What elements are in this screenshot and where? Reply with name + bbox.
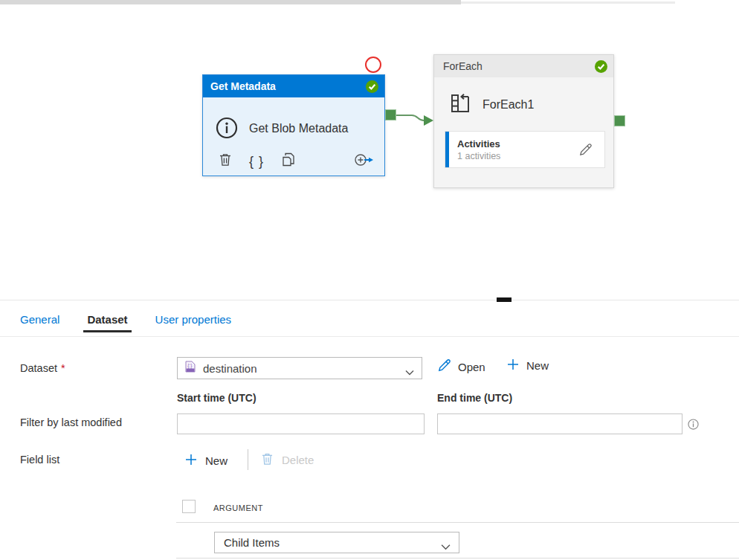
clone-activity-icon[interactable] [282,152,295,170]
activity-name: ForEach1 [483,98,534,112]
status-success-icon [366,80,378,93]
chevron-down-icon [405,365,414,371]
end-time-label: End time (UTC) [437,392,512,404]
field-list-label: Field list [20,454,59,466]
node-type-label: Get Metadata [210,80,276,92]
dataset-selected-value: destination [203,362,405,375]
svg-text:{:}: {:} [187,363,193,369]
new-label: New [205,454,227,467]
dataset-dropdown[interactable]: {:} destination [177,357,422,379]
horizontal-scrollbar-thumb[interactable] [0,0,461,4]
start-time-input[interactable] [177,413,425,434]
select-all-checkbox[interactable] [182,500,196,513]
status-success-icon [595,60,607,73]
activity-node-foreach[interactable]: ForEach ForEach1 Activities 1 activities [433,54,614,188]
delete-activity-icon[interactable] [219,152,231,170]
activities-label: Activities [457,138,578,149]
adf-pipeline-editor: Get Metadata Get Blob Metadata { } [0,0,739,560]
output-port-get-metadata[interactable] [385,109,396,120]
delete-label: Delete [282,454,314,466]
field-list-new-button[interactable]: New [185,454,227,468]
info-icon[interactable] [688,419,699,430]
table-divider [176,558,739,559]
get-metadata-node-header: Get Metadata [203,75,384,97]
open-dataset-button[interactable]: Open [437,358,485,375]
filter-by-last-modified-label: Filter by last modified [20,416,122,428]
start-time-label: Start time (UTC) [177,392,256,404]
card-accent-bar [445,132,449,167]
edit-activities-icon[interactable] [578,143,593,157]
tab-bar-border [0,336,739,337]
argument-selected-value: Child Items [224,536,441,549]
tab-bar: General Dataset User properties [20,313,231,332]
code-braces-icon[interactable]: { } [249,155,264,168]
tab-general[interactable]: General [20,313,59,332]
dataset-label: Dataset* [20,362,65,374]
activity-node-get-metadata[interactable]: Get Metadata Get Blob Metadata { } [202,74,385,176]
panel-top-border [0,300,739,300]
argument-column-header: ARGUMENT [213,503,263,512]
red-circle-marker [365,57,381,73]
open-label: Open [458,361,485,373]
foreach-node-header: ForEach [434,55,613,77]
activities-count: 1 activities [457,151,578,161]
plus-icon [185,454,197,468]
chevron-down-icon [441,540,450,546]
node-type-label: ForEach [443,60,483,72]
info-icon [216,117,238,139]
field-list-delete-button-disabled[interactable]: Delete [262,452,314,468]
json-dataset-icon: {:} [185,361,196,376]
argument-dropdown[interactable]: Child Items [214,532,459,553]
output-port-foreach[interactable] [614,115,625,126]
activity-name: Get Blob Metadata [249,122,348,135]
end-time-input[interactable] [437,413,682,434]
toolbar-divider [248,449,248,470]
pencil-icon [437,358,451,375]
activity-toolbar: { } [219,152,374,170]
trash-icon [262,452,273,468]
required-asterisk: * [61,362,65,374]
add-output-icon[interactable] [354,153,374,170]
tab-dataset[interactable]: Dataset [83,313,131,332]
new-dataset-button[interactable]: New [507,358,549,373]
tab-user-properties[interactable]: User properties [155,313,232,332]
new-label: New [526,359,549,372]
plus-icon [507,358,519,373]
activities-card[interactable]: Activities 1 activities [445,131,605,168]
foreach-icon [449,92,471,115]
activities-summary: Activities 1 activities [445,138,578,161]
panel-resize-handle[interactable] [497,297,512,302]
table-divider [176,522,739,523]
